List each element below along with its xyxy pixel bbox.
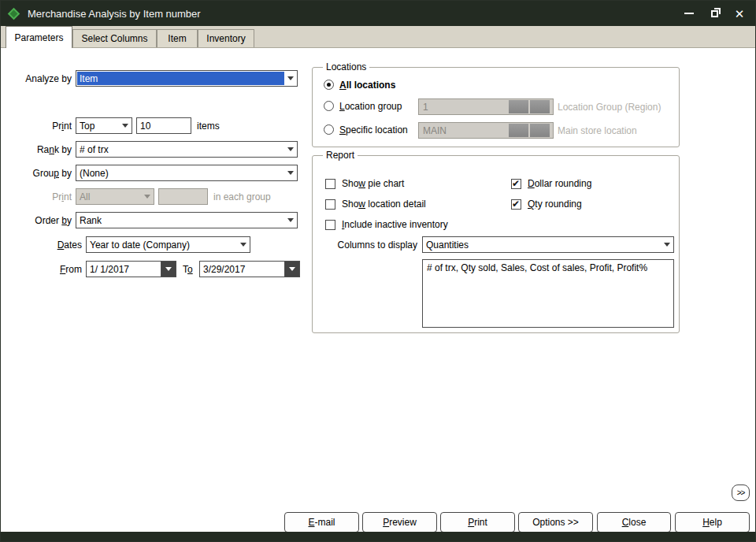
group-by-value: (None) — [77, 166, 284, 180]
from-label: From — [7, 264, 82, 275]
dollar-rounding-label[interactable]: Dollar rounding — [528, 178, 591, 189]
show-pie-chart-label[interactable]: Show pie chart — [342, 178, 404, 189]
rank-by-select[interactable]: # of trx — [76, 141, 298, 158]
chevron-down-icon[interactable] — [284, 213, 296, 227]
tab-item[interactable]: Item — [157, 29, 198, 47]
radio-all-locations[interactable] — [324, 80, 334, 90]
group-by-select[interactable]: (None) — [76, 165, 298, 181]
columns-to-display-label: Columns to display — [328, 239, 417, 251]
lookup-button-icon — [509, 100, 528, 113]
columns-detail-box: # of trx, Qty sold, Sales, Cost of sales… — [422, 259, 674, 328]
tab-inventory[interactable]: Inventory — [198, 29, 254, 47]
checkbox-show-location-detail[interactable] — [325, 199, 335, 210]
rank-by-value: # of trx — [77, 143, 284, 156]
chevron-down-icon — [141, 190, 153, 203]
tab-select-columns[interactable]: Select Columns — [72, 29, 157, 47]
order-by-value: Rank — [77, 213, 284, 227]
print-group-select: All — [76, 188, 154, 205]
preview-button[interactable]: Preview — [362, 512, 437, 533]
chevron-down-icon[interactable] — [661, 238, 673, 251]
items-suffix-label: items — [197, 121, 220, 132]
window-controls: ✕ — [683, 1, 746, 26]
locations-group-title: Locations — [323, 61, 369, 72]
location-group-value: 1 — [423, 99, 428, 114]
checkbox-show-pie-chart[interactable] — [325, 179, 335, 189]
analyze-by-value: Item — [77, 72, 284, 85]
all-locations-label[interactable]: All locations — [339, 80, 395, 91]
show-location-detail-label[interactable]: Show location detail — [342, 199, 426, 210]
checkbox-qty-rounding[interactable] — [511, 199, 521, 210]
checkbox-include-inactive-inventory[interactable] — [325, 220, 335, 230]
close-button[interactable]: Close — [597, 512, 671, 533]
chevron-down-icon[interactable] — [284, 166, 296, 180]
print-group-count-input — [158, 188, 208, 205]
print-group-label: Print — [7, 191, 72, 202]
print-count-input[interactable]: 10 — [136, 117, 191, 134]
specific-location-label[interactable]: Specific location — [339, 124, 408, 136]
chevron-down-icon[interactable] — [119, 119, 131, 132]
chevron-down-icon[interactable] — [237, 238, 249, 251]
location-group-input: 1 — [418, 98, 554, 115]
minimize-icon[interactable] — [683, 7, 695, 20]
order-by-label: Order by — [7, 215, 72, 226]
app-icon — [8, 7, 20, 20]
expand-button[interactable]: >> — [732, 484, 750, 501]
to-label: To — [183, 264, 193, 275]
lookup-button-icon — [509, 124, 528, 137]
restore-icon[interactable] — [708, 7, 721, 20]
print-button[interactable]: Print — [440, 512, 515, 533]
chevron-down-icon[interactable] — [284, 143, 296, 156]
lookup-button-icon — [530, 100, 550, 113]
specific-location-input: MAIN — [418, 122, 554, 139]
analyze-by-label: Analyze by — [7, 73, 72, 84]
checkbox-dollar-rounding[interactable] — [511, 179, 521, 189]
analyze-by-select[interactable]: Item — [76, 70, 298, 87]
close-icon[interactable]: ✕ — [733, 7, 746, 20]
options-button[interactable]: Options >> — [518, 512, 593, 533]
rank-by-label: Rank by — [7, 144, 72, 155]
from-date-value: 1/ 1/2017 — [87, 262, 161, 277]
print-group-value: All — [77, 190, 141, 203]
columns-to-display-select[interactable]: Quantities — [422, 236, 674, 253]
tab-strip: Parameters Select Columns Item Inventory — [1, 26, 755, 48]
order-by-select[interactable]: Rank — [76, 212, 298, 228]
from-date-input[interactable]: 1/ 1/2017 — [86, 261, 176, 277]
print-range-select[interactable]: Top — [76, 117, 132, 134]
dates-select[interactable]: Year to date (Company) — [86, 236, 250, 253]
print-range-value: Top — [77, 119, 119, 132]
specific-location-value: MAIN — [423, 123, 447, 138]
specific-location-hint: Main store location — [558, 125, 637, 136]
radio-location-group[interactable] — [324, 101, 334, 111]
dates-label: Dates — [7, 239, 82, 251]
print-label: Print — [7, 121, 72, 132]
calendar-dropdown-icon[interactable] — [284, 262, 299, 277]
calendar-dropdown-icon[interactable] — [161, 262, 176, 277]
columns-to-display-value: Quantities — [424, 238, 661, 251]
to-date-value: 3/29/2017 — [200, 262, 284, 277]
chevron-down-icon[interactable] — [284, 72, 296, 85]
dates-value: Year to date (Company) — [87, 238, 237, 251]
help-button[interactable]: Help — [675, 512, 750, 533]
bottom-bar — [1, 532, 755, 541]
merchandise-analysis-window: Merchandise Analysis by Item number ✕ Pa… — [0, 0, 756, 542]
tab-parameters[interactable]: Parameters — [6, 26, 72, 48]
lookup-button-icon — [530, 124, 550, 137]
group-by-label: Group by — [7, 168, 72, 179]
email-button[interactable]: E-mail — [284, 512, 359, 533]
include-inactive-inventory-label[interactable]: Include inactive inventory — [342, 219, 448, 230]
radio-specific-location[interactable] — [324, 124, 334, 135]
report-group-title: Report — [323, 150, 358, 161]
qty-rounding-label[interactable]: Qty rounding — [528, 199, 582, 210]
location-group-hint: Location Group (Region) — [558, 102, 661, 113]
in-each-group-label: in each group — [213, 191, 271, 202]
location-group-label[interactable]: Location group — [339, 101, 402, 112]
window-title: Merchandise Analysis by Item number — [28, 8, 201, 20]
to-date-input[interactable]: 3/29/2017 — [199, 261, 300, 277]
title-bar[interactable]: Merchandise Analysis by Item number ✕ — [1, 1, 755, 26]
